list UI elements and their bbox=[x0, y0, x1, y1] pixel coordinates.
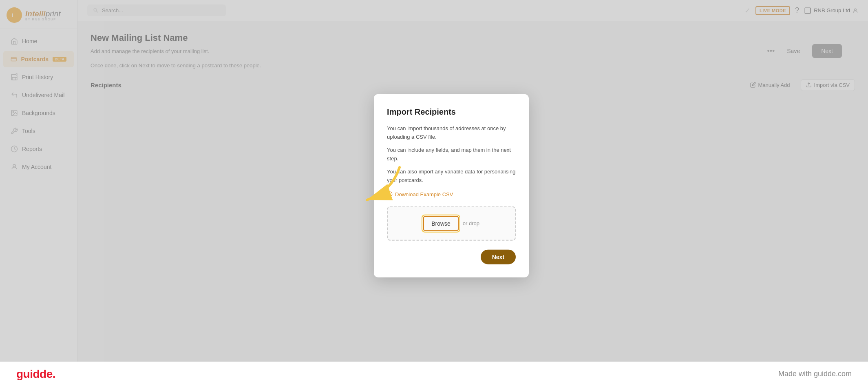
bottom-bar: guidde. Made with guidde.com bbox=[0, 362, 868, 386]
modal-title: Import Recipients bbox=[387, 107, 516, 117]
modal-text-1: You can import thousands of addresses at… bbox=[387, 124, 516, 142]
download-icon bbox=[387, 191, 393, 197]
file-upload-area[interactable]: Browse or drop bbox=[387, 206, 516, 240]
modal-text-2: You can include any fields, and map them… bbox=[387, 146, 516, 163]
download-csv-link[interactable]: Download Example CSV bbox=[387, 191, 516, 197]
download-csv-label: Download Example CSV bbox=[395, 191, 453, 197]
upload-or-text: or drop bbox=[463, 220, 479, 226]
browse-button[interactable]: Browse bbox=[423, 216, 459, 231]
import-recipients-modal: Import Recipients You can import thousan… bbox=[374, 94, 529, 277]
guidde-tagline: Made with guidde.com bbox=[778, 370, 852, 378]
guidde-logo: guidde. bbox=[16, 368, 55, 381]
modal-next-button[interactable]: Next bbox=[481, 249, 516, 264]
modal-text-3: You can also import any variable data fo… bbox=[387, 167, 516, 184]
modal-footer: Next bbox=[387, 249, 516, 264]
